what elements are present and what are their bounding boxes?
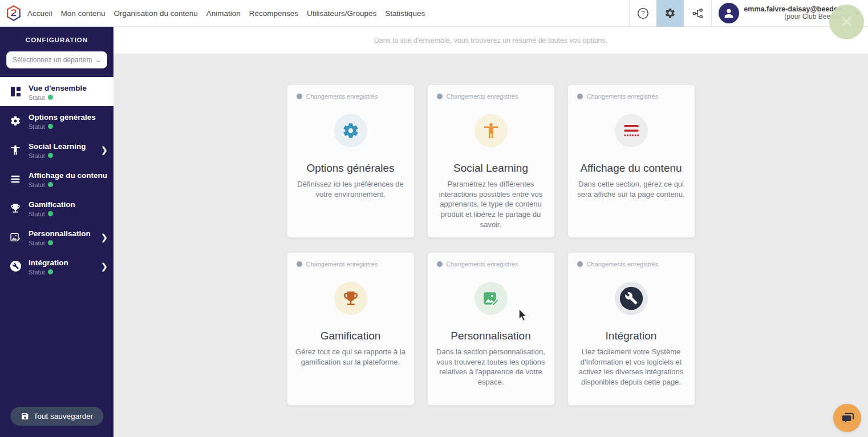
status-dot (577, 261, 583, 267)
image-edit-icon (474, 282, 508, 315)
nav-item-animation[interactable]: Animation (206, 7, 241, 20)
info-banner-text: Dans la vue d'ensemble, vous trouverez u… (374, 37, 608, 44)
sidebar-title: CONFIGURATION (0, 27, 113, 43)
chat-widget-button[interactable] (833, 404, 861, 432)
trophy-icon (334, 282, 367, 315)
nav-item-recompenses[interactable]: Récompenses (249, 7, 298, 20)
status-row: Statut (29, 181, 107, 188)
card-title: Personnalisation (428, 330, 554, 342)
status-dot (297, 261, 302, 267)
sidebar-item-social-learning[interactable]: Social Learning Statut ❯ (0, 135, 113, 164)
department-select[interactable]: Sélectionnez un départem ⌄ (6, 51, 107, 68)
nav-item-utilisateurs-groupes[interactable]: Utilisateurs/Groupes (307, 7, 376, 20)
card-status: Changements enregistrés (577, 93, 659, 100)
top-navbar: Accueil Mon contenu Organisation du cont… (0, 0, 868, 27)
chat-bubbles-icon (840, 411, 855, 426)
beedeez-logo[interactable] (0, 5, 27, 22)
dashboard-icon (8, 86, 23, 97)
card-status: Changements enregistrés (437, 261, 518, 268)
card-title: Gamification (287, 330, 414, 342)
sidebar-item-label: Intégration (29, 258, 68, 267)
gear-icon (334, 114, 367, 147)
settings-cards-grid: Changements enregistrés Options générale… (287, 84, 695, 406)
avatar (719, 3, 739, 23)
card-status: Changements enregistrés (437, 93, 518, 100)
image-edit-icon (8, 232, 23, 243)
close-icon: ✕ (840, 13, 853, 31)
card-description: Gérez tout ce qui se rapporte à la gamif… (295, 347, 407, 367)
chevron-right-icon: ❯ (100, 233, 108, 241)
org-share-icon (692, 7, 704, 19)
status-dot (48, 240, 53, 245)
save-icon (21, 412, 29, 420)
wrench-icon (615, 282, 648, 315)
card-social-learning[interactable]: Changements enregistrés Social Learning … (427, 84, 555, 238)
status-dot (48, 124, 53, 129)
nav-item-organisation[interactable]: Organisation du contenu (114, 7, 198, 20)
beedeez-logo-icon (5, 5, 22, 22)
status-row: Statut (29, 211, 75, 217)
card-personnalisation[interactable]: Changements enregistrés Personnalisation… (427, 252, 555, 406)
card-description: Paramétrez les différentes interactions … (435, 179, 547, 229)
nav-item-accueil[interactable]: Accueil (27, 7, 52, 20)
card-integration[interactable]: Changements enregistrés Intégration Liez… (567, 252, 695, 406)
sidebar-item-label: Affichage du contenu (29, 171, 107, 180)
card-title: Social Learning (428, 162, 554, 175)
help-button[interactable]: ? (629, 0, 656, 27)
card-affichage-du-contenu[interactable]: Changements enregistrés Affichage du con… (567, 84, 695, 238)
sidebar-item-gamification[interactable]: Gamification Statut (0, 193, 113, 222)
status-dot (48, 182, 53, 187)
org-share-button[interactable] (684, 0, 711, 27)
nav-item-mon-contenu[interactable]: Mon contenu (61, 7, 106, 20)
help-icon: ? (637, 7, 649, 19)
card-status: Changements enregistrés (297, 261, 378, 268)
person-icon (8, 144, 23, 156)
card-options-generales[interactable]: Changements enregistrés Options générale… (287, 84, 415, 238)
sidebar-item-integration[interactable]: Intégration Statut ❯ (0, 252, 113, 281)
department-select-placeholder: Sélectionnez un départem (13, 56, 92, 64)
info-banner: Dans la vue d'ensemble, vous trouverez u… (113, 27, 868, 54)
settings-icon (664, 7, 676, 19)
configuration-sidebar: CONFIGURATION Sélectionnez un départem ⌄… (0, 27, 113, 437)
sidebar-item-vue-densemble[interactable]: Vue d'ensemble Statut (0, 77, 113, 106)
sidebar-item-affichage-du-contenu[interactable]: Affichage du contenu Statut (0, 164, 113, 193)
lines-icon (8, 173, 23, 185)
sidebar-item-label: Personnalisation (29, 229, 91, 238)
save-all-label: Tout sauvegarder (34, 412, 93, 420)
save-all-button[interactable]: Tout sauvegarder (10, 407, 103, 426)
card-description: Liez facilement votre Système d'Informat… (575, 347, 687, 387)
status-row: Statut (29, 94, 87, 101)
status-dot (297, 94, 302, 99)
chevron-right-icon: ❯ (100, 262, 108, 270)
status-dot (48, 211, 53, 216)
card-title: Intégration (568, 330, 695, 342)
card-status: Changements enregistrés (297, 93, 378, 100)
status-row: Statut (29, 152, 86, 159)
sidebar-item-personnalisation[interactable]: Personnalisation Statut ❯ (0, 222, 113, 252)
sidebar-item-label: Social Learning (29, 142, 86, 151)
card-gamification[interactable]: Changements enregistrés Gamification Gér… (287, 252, 415, 406)
status-dot (48, 269, 53, 274)
trophy-icon (8, 203, 23, 214)
sidebar-item-options-generales[interactable]: Options générales Statut (0, 106, 113, 135)
user-icon (723, 7, 735, 19)
card-description: Dans la section personnalisation, vous t… (435, 347, 547, 387)
sidebar-item-label: Vue d'ensemble (29, 84, 87, 92)
status-dot (437, 94, 443, 99)
settings-button[interactable] (656, 0, 684, 27)
recording-close-button[interactable]: ✕ (829, 5, 864, 39)
status-row: Statut (29, 240, 91, 246)
main-nav: Accueil Mon contenu Organisation du cont… (27, 7, 425, 20)
wrench-icon (8, 260, 23, 272)
card-description: Dans cette section, gérez ce qui sera af… (575, 179, 687, 199)
status-row: Statut (29, 269, 68, 276)
card-title: Options générales (287, 162, 414, 175)
sidebar-menu: Vue d'ensemble Statut Options générales … (0, 77, 113, 281)
sidebar-item-label: Gamification (29, 200, 75, 209)
nav-item-statistiques[interactable]: Statistiques (385, 7, 425, 20)
lines-icon (615, 114, 648, 147)
sidebar-item-label: Options générales (29, 113, 96, 122)
status-row: Statut (29, 123, 96, 130)
chevron-down-icon: ⌄ (95, 56, 101, 64)
configuration-page: Accueil Mon contenu Organisation du cont… (0, 0, 868, 437)
